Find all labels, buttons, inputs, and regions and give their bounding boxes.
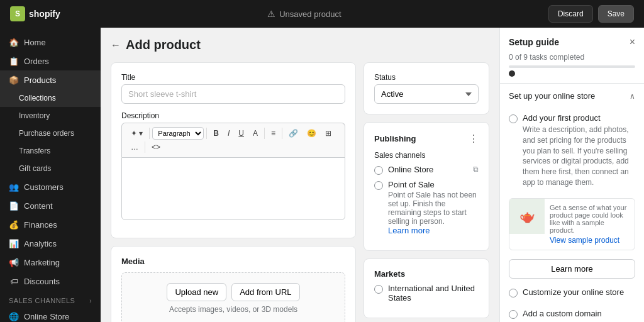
rte-bold-btn[interactable]: B bbox=[209, 127, 223, 140]
rte-underline-btn[interactable]: U bbox=[235, 127, 248, 140]
markets-title: Markets bbox=[374, 269, 479, 279]
page-header: ← Add product bbox=[111, 38, 489, 52]
learn-more-btn[interactable]: Learn more bbox=[509, 259, 635, 279]
sidebar-item-transfers[interactable]: Transfers bbox=[0, 142, 101, 160]
media-upload-area: Upload new Add from URL Accepts images, … bbox=[121, 272, 345, 322]
sidebar-label-marketing: Marketing bbox=[24, 258, 60, 267]
setup-item-customize[interactable]: Customize your online store bbox=[500, 282, 644, 304]
publishing-menu-btn[interactable]: ⋮ bbox=[469, 133, 479, 145]
sidebar-label-discounts: Discounts bbox=[24, 277, 60, 286]
sample-product-card: 🫖 Get a sense of what your product page … bbox=[509, 198, 635, 250]
back-arrow[interactable]: ← bbox=[111, 40, 121, 51]
status-select[interactable]: Active Draft Archived bbox=[374, 84, 479, 104]
rte-table-btn[interactable]: ⊞ bbox=[321, 127, 335, 140]
sidebar-item-orders[interactable]: 📋 Orders bbox=[0, 52, 101, 70]
sidebar-label-home: Home bbox=[24, 38, 46, 47]
rte-link-btn[interactable]: 🔗 bbox=[285, 127, 302, 140]
two-col-layout: Title Description ✦ ▾ Paragraph B bbox=[111, 62, 489, 322]
shopify-logo: S shopify bbox=[10, 6, 60, 21]
rte-italic-btn[interactable]: I bbox=[224, 127, 233, 140]
sales-channels-arrow: › bbox=[89, 297, 92, 304]
status-label: Status bbox=[374, 73, 479, 82]
sidebar-item-analytics[interactable]: 📊 Analytics bbox=[0, 234, 101, 253]
topbar-center: ⚠ Unsaved product bbox=[267, 9, 341, 19]
sidebar-item-customers[interactable]: 👥 Customers bbox=[0, 177, 101, 196]
sidebar-item-finances[interactable]: 💰 Finances bbox=[0, 215, 101, 234]
sidebar-item-gift-cards[interactable]: Gift cards bbox=[0, 160, 101, 177]
pos-learn-more-link[interactable]: Learn more bbox=[388, 226, 430, 235]
rte-more-btn[interactable]: … bbox=[127, 141, 142, 153]
setup-section-online-store: Set up your online store ∧ Add your firs… bbox=[500, 83, 644, 322]
add-url-btn[interactable]: Add from URL bbox=[231, 283, 299, 301]
topbar-left: S shopify bbox=[10, 6, 60, 21]
setup-section-header-online-store[interactable]: Set up your online store ∧ bbox=[500, 84, 644, 108]
markets-item: International and United States bbox=[374, 284, 479, 303]
sidebar-item-collections[interactable]: Collections bbox=[0, 89, 101, 107]
content-area: ← Add product Title Description ✦ ▾ bbox=[101, 28, 499, 322]
markets-radio[interactable] bbox=[374, 285, 383, 294]
sales-channels-section: Sales channels › bbox=[0, 291, 101, 307]
progress-text: 0 of 9 tasks completed bbox=[509, 53, 635, 62]
title-desc-card: Title Description ✦ ▾ Paragraph B bbox=[111, 62, 356, 238]
shopify-icon: S bbox=[10, 6, 25, 21]
sidebar-item-content[interactable]: 📄 Content bbox=[0, 196, 101, 215]
sidebar-item-marketing[interactable]: 📢 Marketing bbox=[0, 253, 101, 272]
title-input[interactable] bbox=[121, 84, 345, 104]
media-card: Media Upload new Add from URL Accepts im… bbox=[111, 246, 356, 322]
rte-paragraph-select[interactable]: Paragraph bbox=[152, 127, 204, 140]
sidebar-item-online-store[interactable]: 🌐 Online Store bbox=[0, 307, 101, 322]
desc-group: Description ✦ ▾ Paragraph B I U A bbox=[121, 111, 345, 220]
media-title: Media bbox=[121, 257, 345, 266]
discard-button[interactable]: Discard bbox=[548, 5, 593, 23]
sidebar-item-discounts[interactable]: 🏷 Discounts bbox=[0, 272, 101, 291]
sidebar-label-purchase-orders: Purchase orders bbox=[19, 129, 74, 138]
content-icon: 📄 bbox=[9, 201, 19, 211]
discounts-icon: 🏷 bbox=[9, 276, 19, 286]
rte-divider-3 bbox=[264, 128, 265, 139]
first-product-circle bbox=[509, 114, 518, 123]
rte-color-btn[interactable]: A bbox=[249, 127, 262, 140]
rte-emoji-btn[interactable]: 😊 bbox=[303, 127, 320, 140]
sidebar-item-products[interactable]: 📦 Products bbox=[0, 70, 101, 89]
online-store-radio[interactable] bbox=[374, 166, 383, 175]
save-button[interactable]: Save bbox=[598, 5, 634, 23]
sample-product-subtitle: Get a sense of what your product page co… bbox=[550, 204, 630, 234]
topbar-right: Discard Save bbox=[548, 5, 634, 23]
sidebar: 🏠 Home 📋 Orders 📦 Products Collections I… bbox=[0, 28, 101, 322]
sidebar-item-inventory[interactable]: Inventory bbox=[0, 107, 101, 125]
pos-channel-sub: Point of Sale has not been set up. Finis… bbox=[388, 191, 479, 226]
sidebar-label-analytics: Analytics bbox=[24, 239, 57, 248]
rte-align-btn[interactable]: ≡ bbox=[267, 127, 279, 140]
custom-domain-circle bbox=[509, 310, 518, 319]
online-store-copy-icon: ⧉ bbox=[473, 165, 479, 174]
setup-header: Setup guide × bbox=[500, 28, 644, 53]
title-group: Title bbox=[121, 73, 345, 104]
analytics-icon: 📊 bbox=[9, 238, 19, 248]
publishing-card: Publishing ⋮ Sales channels Online Store… bbox=[364, 122, 489, 251]
first-product-title: Add your first product bbox=[523, 113, 635, 123]
setup-item-first-product[interactable]: Add your first product Write a descripti… bbox=[500, 108, 644, 193]
sidebar-label-products: Products bbox=[24, 75, 56, 85]
sidebar-label-customers: Customers bbox=[24, 182, 64, 192]
finances-icon: 💰 bbox=[9, 219, 19, 230]
rte-body[interactable] bbox=[121, 157, 345, 220]
view-sample-product-link[interactable]: View sample product bbox=[550, 236, 619, 245]
title-label: Title bbox=[121, 73, 345, 82]
rte-code-btn[interactable]: <> bbox=[148, 141, 164, 153]
rte-divider-2 bbox=[206, 128, 207, 139]
sample-product-info: Get a sense of what your product page co… bbox=[545, 199, 635, 250]
setup-item-custom-domain[interactable]: Add a custom domain bbox=[500, 304, 644, 322]
custom-domain-title: Add a custom domain bbox=[523, 309, 635, 318]
markets-item-label: International and United States bbox=[388, 284, 479, 303]
rte-ai-btn[interactable]: ✦ ▾ bbox=[127, 127, 147, 140]
main-layout: 🏠 Home 📋 Orders 📦 Products Collections I… bbox=[0, 28, 644, 322]
sidebar-item-purchase-orders[interactable]: Purchase orders bbox=[0, 125, 101, 142]
pos-channel-info: Point of Sale Point of Sale has not been… bbox=[388, 180, 479, 235]
upload-new-btn[interactable]: Upload new bbox=[167, 283, 226, 301]
pos-radio[interactable] bbox=[374, 181, 383, 190]
setup-close-btn[interactable]: × bbox=[630, 36, 635, 48]
sidebar-item-home[interactable]: 🏠 Home bbox=[0, 33, 101, 52]
progress-section: 0 of 9 tasks completed bbox=[500, 53, 644, 83]
progress-bar-bg bbox=[509, 65, 635, 68]
sidebar-label-content: Content bbox=[24, 201, 53, 211]
